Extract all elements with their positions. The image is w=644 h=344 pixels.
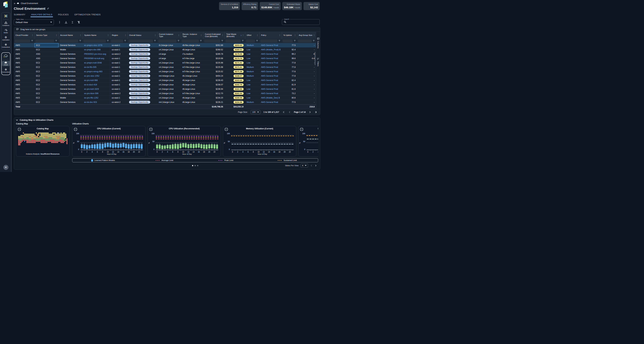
breadcrumb-label[interactable]: Cloud Environment xyxy=(21,2,38,5)
sidebar-item-cloud[interactable]: Cloud xyxy=(2,61,10,66)
column-header[interactable]: Avg Group Size⋮ xyxy=(297,32,316,39)
filter-input[interactable] xyxy=(298,39,312,43)
filter-funnel-icon[interactable] xyxy=(313,40,315,42)
column-filter-cell[interactable] xyxy=(282,39,297,43)
cell-link[interactable]: ec-pro-stoc-1052 xyxy=(84,75,100,77)
side-tab-filters[interactable]: Filters xyxy=(317,58,319,66)
filter-funnel-icon[interactable] xyxy=(107,40,109,42)
filter-input[interactable] xyxy=(35,39,54,43)
filter-funnel-icon[interactable] xyxy=(256,40,258,42)
filter-input[interactable] xyxy=(226,39,241,43)
cell-link[interactable]: Medium xyxy=(247,101,254,103)
cell-link[interactable]: AWS (Mobile_Dev) B xyxy=(261,97,280,99)
table-row[interactable]: AWSEC2General Servicesex-pro-bion-599us-… xyxy=(14,91,316,96)
more-options-button[interactable] xyxy=(58,21,61,24)
cell-link[interactable]: PR000560-tst-kotl-asg xyxy=(84,57,104,60)
cell-link[interactable]: Low xyxy=(247,57,250,60)
column-filter-cell[interactable] xyxy=(128,39,157,43)
column-filter-cell[interactable] xyxy=(181,39,203,43)
cell-link[interactable]: AWS General Prod xyxy=(261,53,278,55)
slides-per-view-select[interactable]: 4 xyxy=(301,164,308,168)
filter-input[interactable] xyxy=(182,39,199,43)
legend-item[interactable]: Peak Limit xyxy=(195,159,256,161)
containers-suite-icon[interactable] xyxy=(4,14,8,18)
column-menu-icon[interactable]: ⋮ xyxy=(32,34,34,37)
cell-link[interactable]: Medium xyxy=(247,70,254,73)
user-avatar[interactable]: H xyxy=(3,165,8,170)
sidebar-item-automation[interactable]: ⚙ Automation xyxy=(2,36,10,41)
cell-link[interactable]: ec-prepro-kotl-3048 xyxy=(84,62,102,64)
column-filter-cell[interactable] xyxy=(157,39,181,43)
carousel-dot[interactable] xyxy=(192,165,193,166)
cell-link[interactable]: ex-pro-fifo-1252 xyxy=(84,97,98,99)
cell-link[interactable]: AWS General Prod xyxy=(261,88,278,90)
search-box[interactable]: Search xyxy=(282,19,320,25)
column-header[interactable]: Recom. Instance Type⋮ xyxy=(181,32,203,39)
row-group-drop-zone[interactable]: Drag here to set row groups xyxy=(14,27,320,32)
column-menu-icon[interactable]: ⋮ xyxy=(200,34,202,37)
filter-funnel-icon[interactable] xyxy=(200,40,202,42)
sidebar-expand-icon[interactable]: » xyxy=(14,2,15,4)
filter-funnel-icon[interactable] xyxy=(294,40,296,42)
filter-input[interactable] xyxy=(111,39,123,43)
table-row[interactable]: AWSEC2General Servicesec-prepro-kotl-304… xyxy=(14,61,316,65)
filter-funnel-icon[interactable] xyxy=(31,40,33,42)
column-filter-cell[interactable] xyxy=(224,39,245,43)
cell-link[interactable]: PR000502-pro-imco-asg xyxy=(84,53,106,55)
column-header[interactable]: Service Type⋮ xyxy=(34,32,58,39)
column-filter-cell[interactable] xyxy=(203,39,224,43)
carousel-next-button[interactable] xyxy=(314,164,317,167)
column-menu-icon[interactable]: ⋮ xyxy=(107,34,109,37)
cell-link[interactable]: AWS General Prod xyxy=(261,79,278,82)
column-menu-icon[interactable]: ⋮ xyxy=(56,34,58,37)
column-header[interactable]: Overall Status⋮ xyxy=(128,32,157,39)
column-menu-icon[interactable]: ⋮ xyxy=(80,34,82,37)
cell-link[interactable]: Low xyxy=(247,88,250,90)
filter-funnel-icon[interactable] xyxy=(178,40,180,42)
table-row[interactable]: AWSEC2Mobileex-prepro-dvc-866us-east-1Sa… xyxy=(14,48,316,52)
cell-link[interactable]: AWS General Prod xyxy=(261,66,278,68)
table-row[interactable]: AWSEC2General Servicesec-prepro-stoc-107… xyxy=(14,43,316,48)
column-menu-icon[interactable]: ⋮ xyxy=(222,34,224,37)
cell-link[interactable]: Low xyxy=(247,53,250,55)
table-row[interactable]: AWSASGGeneral ServicesPR000560-tst-kotl-… xyxy=(14,56,316,61)
column-header[interactable]: Current Estimated Cost ($/month)⋮ xyxy=(203,32,224,39)
filter-funnel-icon[interactable] xyxy=(242,40,244,42)
cell-link[interactable]: ec-prepro-stoc-1078 xyxy=(84,44,102,47)
link-icon[interactable] xyxy=(47,7,49,10)
cell-link[interactable]: AWS General Prod xyxy=(261,92,278,95)
cell-link[interactable]: AWS General Prod xyxy=(261,62,278,64)
filter-funnel-icon[interactable] xyxy=(154,40,156,42)
cell-link[interactable]: ex-tst-fifo-505 xyxy=(84,66,96,68)
clear-filters-button[interactable] xyxy=(77,21,81,24)
table-row[interactable]: AWSEC2General Servicesex-tst-dvc-503us-w… xyxy=(14,100,316,104)
column-menu-icon[interactable]: ⋮ xyxy=(154,34,156,37)
side-tab-columns[interactable]: Columns xyxy=(317,38,319,48)
vertical-scrollbar[interactable] xyxy=(314,52,316,65)
column-filter-cell[interactable] xyxy=(245,39,260,43)
column-header[interactable]: Cloud Provider⋮ xyxy=(14,32,34,39)
column-filter-cell[interactable] xyxy=(110,39,128,43)
cell-link[interactable]: Low xyxy=(247,97,250,99)
legend-item[interactable]: Learned Pattern Models xyxy=(72,159,134,162)
cloud-suite-icon[interactable] xyxy=(4,54,8,58)
filter-input[interactable] xyxy=(283,39,293,43)
next-page-button[interactable] xyxy=(309,111,312,114)
filter-input[interactable] xyxy=(260,39,278,43)
column-header[interactable]: Total Waste ($/month)↓⋮ xyxy=(224,32,245,39)
table-row[interactable]: AWSASGGeneral ServicesPR000502-pro-imco-… xyxy=(14,52,316,56)
filter-input[interactable] xyxy=(15,39,30,43)
column-menu-icon[interactable]: ⋮ xyxy=(313,34,315,37)
table-view-select[interactable]: Table View Default View xyxy=(14,19,54,25)
collapse-rows-button[interactable] xyxy=(71,21,74,24)
cell-link[interactable]: Medium xyxy=(247,75,254,77)
table-row[interactable]: AWSEC2Mobileex-pro-fifo-1252us-east-1Sav… xyxy=(14,96,316,100)
table-row[interactable]: AWSEC2General Servicesex-tst-fifo-505us-… xyxy=(14,65,316,69)
cell-link[interactable]: AWS General Prod xyxy=(261,101,278,103)
sidebar-item-connections-1[interactable]: ⊕ Connections xyxy=(2,43,10,49)
table-row[interactable]: AWSEC2General Servicesex-pro-kotl-966us-… xyxy=(14,78,316,83)
cell-link[interactable]: Low xyxy=(247,49,250,51)
column-filter-cell[interactable] xyxy=(82,39,110,43)
first-page-button[interactable] xyxy=(282,111,285,114)
column-menu-icon[interactable]: ⋮ xyxy=(256,34,258,37)
